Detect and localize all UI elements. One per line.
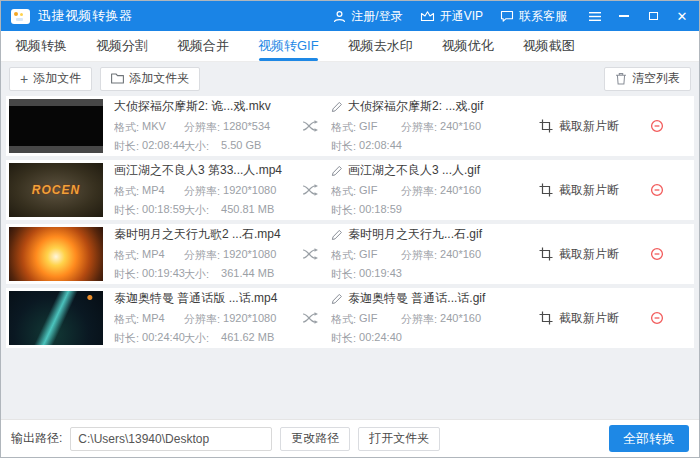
format-label: 格式: [331,184,356,199]
support-button[interactable]: 联系客服 [500,8,567,25]
remove-file-button[interactable] [650,247,664,261]
minimize-button[interactable] [617,9,631,23]
tab-1[interactable]: 视频分割 [96,31,148,61]
open-folder-button[interactable]: 打开文件夹 [358,427,440,451]
duration-value: 00:24:40 [142,331,185,346]
capture-new-clip-label: 截取新片断 [559,182,619,199]
capture-new-clip-label: 截取新片断 [559,246,619,263]
source-file-info: 大侦探福尔摩斯2: 诡...戏.mkv 格式:MKV 分辨率:1280*534 … [114,98,300,154]
shuffle-arrows-icon [302,183,319,197]
file-list-row: 大侦探福尔摩斯2: 诡...戏.mkv 格式:MKV 分辨率:1280*534 … [6,96,694,156]
tab-4[interactable]: 视频去水印 [348,31,413,61]
duration-label: 时长: [114,267,139,282]
shuffle-arrows-icon [302,247,319,261]
add-file-label: 添加文件 [33,70,81,87]
target-file-name: 泰迦奥特曼 普通话...话.gif [348,290,485,307]
crop-icon [539,247,553,261]
trash-icon [615,72,627,85]
format-label: 格式: [114,120,139,135]
remove-file-button[interactable] [650,183,664,197]
register-login-label: 注册/登录 [351,8,402,25]
close-button[interactable]: ✕ [675,9,689,23]
remove-file-button[interactable] [650,311,664,325]
app-title: 迅捷视频转换器 [38,7,133,25]
footer-bar: 输出路径: 更改路径 打开文件夹 全部转换 [1,419,699,457]
resolution-value: 240*160 [440,184,481,199]
crop-icon [539,311,553,325]
vip-button[interactable]: 开通VIP [420,8,483,25]
add-file-button[interactable]: + 添加文件 [9,67,92,91]
format-label: 格式: [331,248,356,263]
capture-new-clip-button[interactable]: 截取新片断 [539,310,619,327]
duration-label: 时长: [331,267,356,282]
main-area: + 添加文件 添加文件夹 清空列表 大侦探福尔摩斯2: 诡...戏.mkv 格式… [1,62,699,419]
crop-icon [539,119,553,133]
tab-5[interactable]: 视频优化 [442,31,494,61]
resolution-value: 1280*534 [223,120,270,135]
edit-pencil-icon[interactable] [331,229,343,241]
remove-file-button[interactable] [650,119,664,133]
size-label: 大小: [184,331,209,346]
remove-file-icon [650,311,664,325]
titlebar: 迅捷视频转换器 注册/登录 开通VIP 联系客服 ✕ [1,1,699,31]
app-window: 迅捷视频转换器 注册/登录 开通VIP 联系客服 ✕ [0,0,700,458]
file-list: 大侦探福尔摩斯2: 诡...戏.mkv 格式:MKV 分辨率:1280*534 … [1,95,699,419]
folder-icon [111,73,124,84]
size-label: 大小: [184,139,209,154]
add-folder-label: 添加文件夹 [129,70,189,87]
tab-3[interactable]: 视频转GIF [258,31,319,61]
size-value: 5.50 GB [221,139,261,154]
vip-label: 开通VIP [440,8,483,25]
resolution-label: 分辨率: [184,184,220,199]
crop-icon [539,183,553,197]
edit-pencil-icon[interactable] [331,165,343,177]
capture-new-clip-button[interactable]: 截取新片断 [539,118,619,135]
app-logo-icon [11,9,30,24]
duration-value: 00:19:43 [142,267,185,282]
format-label: 格式: [114,312,139,327]
format-value: MP4 [142,184,165,199]
minimize-icon [619,15,629,17]
clear-list-button[interactable]: 清空列表 [604,67,691,91]
chat-icon [500,10,514,23]
change-path-button[interactable]: 更改路径 [280,427,350,451]
source-file-name: 秦时明月之天行九歌2 ...石.mp4 [114,226,300,243]
capture-new-clip-label: 截取新片断 [559,310,619,327]
resolution-value: 240*160 [440,120,481,135]
target-file-name: 画江湖之不良人3 ...人.gif [348,162,480,179]
format-value: MKV [142,120,166,135]
menu-button[interactable] [588,9,602,23]
size-value: 450.81 MB [221,203,274,218]
tab-6[interactable]: 视频截图 [523,31,575,61]
duration-value: 00:19:43 [359,267,402,282]
duration-value: 00:18:59 [142,203,185,218]
capture-new-clip-button[interactable]: 截取新片断 [539,246,619,263]
target-file-info: 秦时明月之天行九...石.gif 格式:GIF 分辨率:240*160 时长:0… [331,226,523,282]
maximize-icon [649,12,658,20]
file-list-row: 秦时明月之天行九歌2 ...石.mp4 格式:MP4 分辨率:1920*1080… [6,224,694,284]
capture-new-clip-button[interactable]: 截取新片断 [539,182,619,199]
open-folder-label: 打开文件夹 [369,430,429,447]
maximize-button[interactable] [646,9,660,23]
output-path-label: 输出路径: [11,430,62,447]
remove-file-icon [650,247,664,261]
capture-new-clip-label: 截取新片断 [559,118,619,135]
output-path-input[interactable] [70,427,272,451]
edit-pencil-icon[interactable] [331,293,343,305]
register-login-button[interactable]: 注册/登录 [333,8,402,25]
format-value: GIF [359,120,377,135]
toolbar: + 添加文件 添加文件夹 清空列表 [1,62,699,95]
remove-file-icon [650,183,664,197]
add-folder-button[interactable]: 添加文件夹 [100,67,200,91]
tab-2[interactable]: 视频合并 [177,31,229,61]
edit-pencil-icon[interactable] [331,101,343,113]
duration-label: 时长: [114,331,139,346]
source-file-name: 泰迦奥特曼 普通话版 ...话.mp4 [114,290,300,307]
video-thumbnail: ROCEN [9,163,103,217]
convert-all-button[interactable]: 全部转换 [609,425,689,452]
close-icon: ✕ [677,10,688,23]
duration-value: 00:18:59 [359,203,402,218]
target-file-name: 秦时明月之天行九...石.gif [348,226,482,243]
tab-0[interactable]: 视频转换 [15,31,67,61]
duration-label: 时长: [331,331,356,346]
